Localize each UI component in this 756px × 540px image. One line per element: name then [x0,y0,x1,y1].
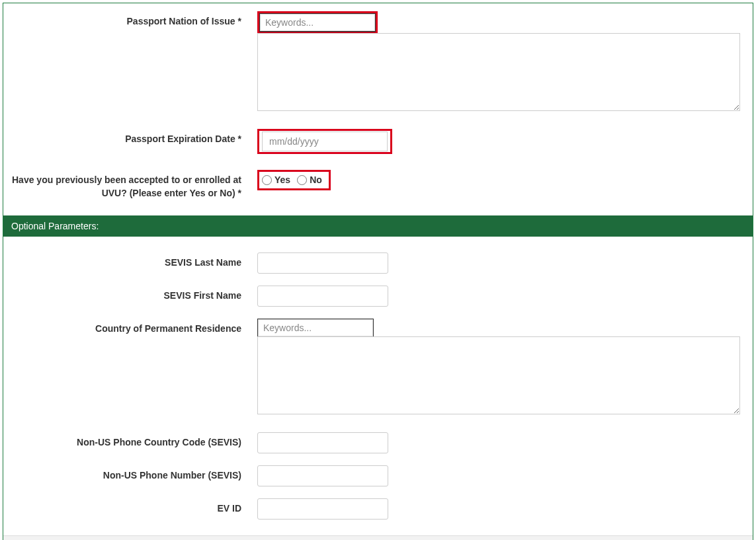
form-body: Passport Nation of Issue * Passport Expi… [3,3,753,535]
radio-no[interactable] [297,175,307,185]
non-us-phone-code-input[interactable] [257,432,388,453]
input-col-sevis-first-name [257,286,747,307]
sevis-first-name-input[interactable] [257,286,388,307]
section-header-optional: Optional Parameters: [3,215,753,237]
input-col-passport-expiration [257,129,747,154]
radio-item-no: No [297,174,322,185]
row-non-us-phone-number: Non-US Phone Number (SEVIS) [9,465,747,486]
row-passport-expiration: Passport Expiration Date * [9,129,747,154]
row-sevis-first-name: SEVIS First Name [9,286,747,307]
label-sevis-last-name: SEVIS Last Name [9,252,257,270]
input-col-non-us-phone-number [257,465,747,486]
input-col-sevis-last-name [257,252,747,274]
input-col-previously-accepted: Yes No [257,170,747,190]
sevis-last-name-input[interactable] [257,252,388,274]
passport-nation-textarea[interactable] [257,33,740,111]
highlight-previously-accepted: Yes No [257,170,331,190]
country-residence-textarea[interactable] [257,336,740,414]
radio-item-yes: Yes [262,174,290,185]
label-ev-id: EV ID [9,498,257,516]
row-non-us-phone-code: Non-US Phone Country Code (SEVIS) [9,432,747,453]
highlight-passport-expiration [257,129,392,154]
label-passport-nation: Passport Nation of Issue * [9,11,257,28]
row-passport-nation: Passport Nation of Issue * [9,11,747,113]
form-container: Passport Nation of Issue * Passport Expi… [3,3,753,540]
radio-label-no[interactable]: No [310,174,322,185]
input-col-passport-nation [257,11,747,113]
radio-yes[interactable] [262,175,272,185]
label-previously-accepted: Have you previously been accepted to or … [9,170,257,200]
non-us-phone-number-input[interactable] [257,465,388,486]
input-col-country-residence [257,319,747,416]
label-sevis-first-name: SEVIS First Name [9,286,257,303]
ev-id-input[interactable] [257,498,388,520]
passport-nation-keywords-input[interactable] [259,13,376,32]
label-non-us-phone-number: Non-US Phone Number (SEVIS) [9,465,257,482]
passport-expiration-input[interactable] [262,132,388,151]
country-residence-keywords-input[interactable] [257,319,374,337]
input-col-non-us-phone-code [257,432,747,453]
label-non-us-phone-code: Non-US Phone Country Code (SEVIS) [9,432,257,449]
highlight-passport-nation [257,11,378,34]
row-sevis-last-name: SEVIS Last Name [9,252,747,274]
radio-group-previously-accepted: Yes No [261,173,326,186]
footer-bar: * Required [3,535,753,540]
radio-label-yes[interactable]: Yes [274,174,290,185]
row-country-residence: Country of Permanent Residence [9,319,747,416]
label-country-residence: Country of Permanent Residence [9,319,257,336]
label-passport-expiration: Passport Expiration Date * [9,129,257,146]
row-ev-id: EV ID [9,498,747,520]
input-col-ev-id [257,498,747,520]
row-previously-accepted: Have you previously been accepted to or … [9,170,747,200]
